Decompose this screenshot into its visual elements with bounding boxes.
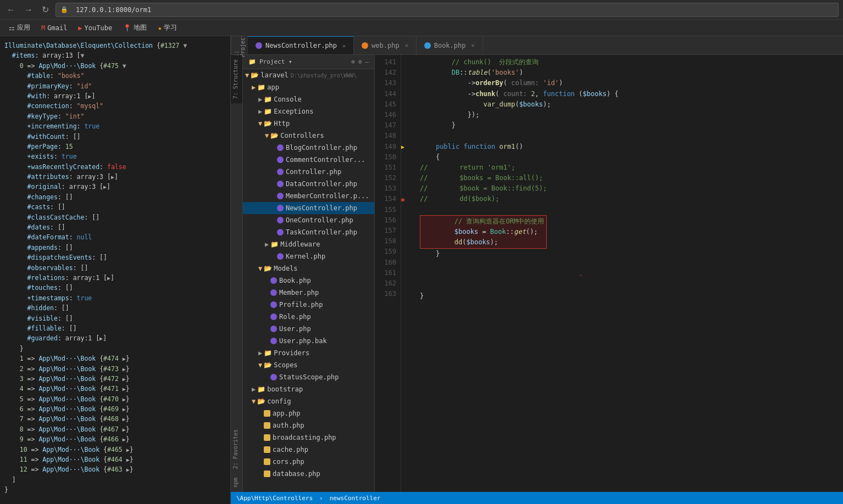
bookmark-gmail[interactable]: M Gmail — [37, 23, 71, 33]
current-line-arrow: ▶ — [401, 144, 404, 150]
sidebar-icon2[interactable]: ⚙ — [358, 58, 362, 65]
tree-item-blog-controller[interactable]: BlogController.php — [243, 142, 374, 154]
tree-item-member-model[interactable]: Member.php — [243, 287, 374, 299]
favorites-tab[interactable]: 2: Favorites — [231, 425, 242, 473]
reload-button[interactable]: ↻ — [40, 3, 51, 16]
code-editor[interactable]: 141 142 143 144 145 146 147 148 149 150 … — [375, 55, 843, 492]
php-icon3 — [277, 169, 284, 175]
controllers-arrow: ▼ — [265, 132, 269, 139]
sidebar-icon3[interactable]: — — [365, 58, 369, 65]
tree-item-user-model[interactable]: User.php — [243, 323, 374, 335]
tree-item-book-model[interactable]: Book.php — [243, 275, 374, 287]
tree-item-task-controller[interactable]: TaskController.php — [243, 226, 374, 238]
tree-item-app-php[interactable]: app.php — [243, 407, 374, 419]
news-controller-label: NewsController.php — [286, 204, 357, 212]
tree-item-app[interactable]: ▶ 📁 app — [243, 81, 374, 93]
scopes-arrow: ▼ — [258, 361, 262, 369]
tab-book-close[interactable]: ✕ — [471, 42, 474, 48]
tree-item-cache-php[interactable]: cache.php — [243, 444, 374, 456]
debug-panel[interactable]: Illuminate\Database\Eloquent\Collection … — [0, 36, 231, 504]
browser-toolbar: ← → ↻ 🔒 — [0, 0, 843, 20]
project-panel-label[interactable]: 1: Project — [231, 36, 248, 54]
tree-item-user-bak-model[interactable]: User.php.bak — [243, 335, 374, 347]
php-icon9 — [277, 253, 284, 260]
tree-item-member-controller[interactable]: MemberController.p... — [243, 190, 374, 202]
tab-web-php[interactable]: web.php ✕ — [354, 36, 417, 54]
address-input[interactable] — [71, 4, 834, 15]
console-folder-icon: 📁 — [264, 96, 272, 103]
back-button[interactable]: ← — [4, 4, 18, 16]
tab-book-label: Book.php — [434, 42, 466, 49]
structure-tab[interactable]: 7: Structure — [231, 55, 242, 103]
bookmark-maps[interactable]: 📍 地图 — [119, 22, 151, 33]
tree-item-comment-controller[interactable]: CommentController... — [243, 154, 374, 166]
console-arrow: ▶ — [258, 96, 262, 103]
laravel-folder-open-icon: 📂 — [251, 71, 259, 79]
providers-label: Providers — [274, 349, 309, 357]
tree-item-news-controller[interactable]: NewsController.php — [243, 202, 374, 214]
tree-item-scopes[interactable]: ▼ 📂 Scopes — [243, 359, 374, 371]
tree-item-one-controller[interactable]: OneController.php — [243, 214, 374, 226]
tree-item-providers[interactable]: ▶ 📁 Providers — [243, 347, 374, 359]
tab-book-php[interactable]: Book.php ✕ — [417, 36, 483, 54]
laravel-label: laravel — [260, 71, 289, 79]
http-folder-icon: 📂 — [264, 120, 272, 127]
status-controller: newsController — [330, 495, 381, 502]
controller-label: Controller.php — [286, 168, 341, 176]
book-model-label: Book.php — [279, 277, 311, 284]
tree-item-laravel[interactable]: ▼ 📂 laravel D:\phpstudy_pro\WWW\ — [243, 69, 374, 81]
config-icon1 — [264, 410, 270, 417]
tree-item-cors-php[interactable]: cors.php — [243, 456, 374, 468]
tree-item-profile-model[interactable]: Profile.php — [243, 299, 374, 311]
project-folder-icon: 📁 — [248, 58, 256, 65]
tree-item-kernel[interactable]: Kernel.php — [243, 250, 374, 262]
star-icon: ★ — [158, 24, 162, 32]
models-arrow: ▼ — [258, 265, 262, 272]
tree-item-models[interactable]: ▼ 📂 Models — [243, 262, 374, 275]
user-model-label: User.php — [279, 325, 311, 333]
tree-item-controllers[interactable]: ▼ 📂 Controllers — [243, 130, 374, 142]
tree-item-bootstrap[interactable]: ▶ 📁 bootstrap — [243, 383, 374, 395]
bookmark-youtube[interactable]: ▶ YouTube — [74, 23, 117, 33]
sidebar-toolbar: ⊕ ⚙ — — [351, 58, 369, 65]
php-icon10 — [270, 277, 277, 284]
map-icon: 📍 — [123, 24, 131, 32]
tree-item-controller[interactable]: Controller.php — [243, 166, 374, 178]
controllers-label: Controllers — [280, 132, 324, 139]
tree-item-http[interactable]: ▼ 📂 Http — [243, 117, 374, 130]
tree-item-data-controller[interactable]: DataController.php — [243, 178, 374, 190]
tree-item-broadcasting-php[interactable]: broadcasting.php — [243, 432, 374, 444]
sidebar-project-label: Project ▾ — [259, 58, 292, 65]
tab-news-label: NewsController.php — [265, 42, 337, 49]
forward-button[interactable]: → — [22, 4, 35, 16]
tab-news-close[interactable]: ✕ — [342, 43, 346, 49]
npm-tab[interactable]: npm — [231, 473, 242, 492]
tree-item-exceptions[interactable]: ▶ 📁 Exceptions — [243, 105, 374, 117]
tree-item-status-scope[interactable]: StatusScope.php — [243, 371, 374, 383]
bookmark-study[interactable]: ★ 学习 — [153, 22, 181, 33]
tab-web-close[interactable]: ✕ — [405, 42, 408, 48]
web-tab-icon — [362, 42, 368, 49]
bookmark-apps-label: 应用 — [17, 23, 30, 32]
role-model-label: Role.php — [279, 313, 311, 321]
app-arrow: ▶ — [252, 83, 256, 91]
config-folder-icon: 📂 — [257, 397, 265, 405]
tree-item-database-php[interactable]: database.php — [243, 468, 374, 480]
project-file-tree[interactable]: 📁 Project ▾ ⊕ ⚙ — ▼ 📂 laravel — [243, 55, 375, 492]
apps-icon: ⚏ — [9, 24, 15, 32]
bootstrap-arrow: ▶ — [252, 385, 256, 393]
tree-item-role-model[interactable]: Role.php — [243, 311, 374, 323]
scopes-label: Scopes — [274, 361, 297, 369]
tab-news-controller[interactable]: NewsController.php ✕ — [248, 36, 354, 54]
secure-icon: 🔒 — [60, 6, 68, 13]
tree-item-middleware[interactable]: ▶ 📁 Middleware — [243, 238, 374, 250]
config-icon5 — [264, 458, 270, 465]
tree-item-console[interactable]: ▶ 📁 Console — [243, 93, 374, 105]
sidebar-icon1[interactable]: ⊕ — [351, 58, 355, 65]
code-editor-content[interactable]: // chunk() 分段式的查询 DB::table('books') ->o… — [411, 55, 843, 492]
tree-item-config[interactable]: ▼ 📂 config — [243, 395, 374, 407]
providers-arrow: ▶ — [258, 349, 262, 357]
tree-item-auth-php[interactable]: auth.php — [243, 419, 374, 432]
breakpoint-marker: ● — [401, 197, 404, 203]
bookmark-apps[interactable]: ⚏ 应用 — [4, 22, 35, 33]
